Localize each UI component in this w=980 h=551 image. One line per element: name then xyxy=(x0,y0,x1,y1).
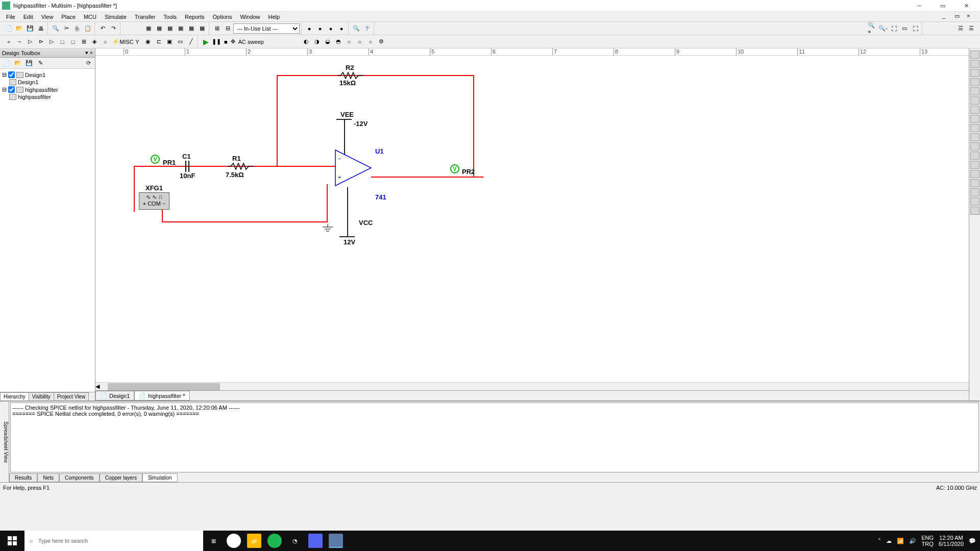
rf-icon[interactable]: Y xyxy=(132,37,142,47)
capacitor-c1[interactable] xyxy=(181,161,193,172)
menu-mcu[interactable]: MCU xyxy=(80,13,101,21)
menu-tools[interactable]: Tools xyxy=(159,13,181,21)
conn-icon[interactable]: ⊏ xyxy=(154,37,164,47)
ground-icon[interactable] xyxy=(322,224,334,233)
analysis5-icon[interactable]: ○ xyxy=(344,37,354,47)
close-button[interactable]: ✕ xyxy=(954,0,978,11)
instr-dist-icon[interactable] xyxy=(970,152,979,160)
resistor-r1[interactable] xyxy=(228,163,254,170)
help-icon[interactable]: ? xyxy=(362,23,372,34)
menu-edit[interactable]: Edit xyxy=(19,13,37,21)
doctab-design1[interactable]: 📄Design1 xyxy=(95,391,134,400)
doctab-highpass[interactable]: 📄highpassfilter * xyxy=(134,391,189,400)
menu-window[interactable]: Window xyxy=(236,13,264,21)
tray-lang1[interactable]: ENG xyxy=(921,535,934,541)
start-button[interactable] xyxy=(0,531,24,551)
zoomarea-icon[interactable]: ▭ xyxy=(899,23,910,34)
analysis1-icon[interactable]: ◐ xyxy=(301,37,311,47)
schematic-canvas[interactable]: R2 15kΩ VEE -12V V PR1 C1 10nF R1 7.5kΩ … xyxy=(95,56,969,382)
analysis3-icon[interactable]: ◒ xyxy=(323,37,333,47)
ind-icon[interactable]: ○ xyxy=(100,37,110,47)
explorer-icon[interactable]: 📁 xyxy=(247,534,261,548)
btab-components[interactable]: Components xyxy=(59,473,100,482)
instr-lc-icon[interactable] xyxy=(970,133,979,141)
sb-refresh-icon[interactable]: ⟳ xyxy=(83,58,93,68)
tree-design1-child[interactable]: Design1 xyxy=(18,79,38,85)
probe-pr2-icon[interactable]: V xyxy=(450,164,459,173)
probe3-icon[interactable]: ● xyxy=(326,23,336,34)
taskview-icon[interactable]: ⊞ xyxy=(206,534,220,548)
discord-icon[interactable] xyxy=(308,534,323,548)
sidebar-close-icon[interactable]: ▾ × xyxy=(85,49,93,56)
steam-icon[interactable]: ◔ xyxy=(288,534,302,548)
instr-cur-icon[interactable] xyxy=(970,207,979,215)
instr-4ch-icon[interactable] xyxy=(970,87,979,95)
bus-icon[interactable]: ╱ xyxy=(186,37,196,47)
tray-time[interactable]: 12:20 AM xyxy=(939,535,964,541)
instr-la-icon[interactable] xyxy=(970,124,979,132)
grid3-icon[interactable]: ▦ xyxy=(165,23,175,34)
wire[interactable] xyxy=(371,177,483,178)
instr-tk-icon[interactable] xyxy=(970,188,979,196)
spotify-icon[interactable] xyxy=(267,534,282,548)
tray-volume-icon[interactable]: 🔊 xyxy=(909,538,916,544)
output-log[interactable]: ------ Checking SPICE netlist for highpa… xyxy=(10,403,979,472)
tree-check-1[interactable] xyxy=(8,71,15,78)
component2-icon[interactable]: ⊟ xyxy=(223,23,233,34)
btab-copper[interactable]: Copper layers xyxy=(100,473,142,482)
interactive-icon[interactable]: ✥ xyxy=(231,38,235,45)
settings-icon[interactable]: ⚙ xyxy=(376,37,386,47)
btab-nets[interactable]: Nets xyxy=(37,473,59,482)
cut-icon[interactable]: ✂ xyxy=(61,23,71,34)
menu-help[interactable]: Help xyxy=(264,13,284,21)
grid5-icon[interactable]: ▦ xyxy=(186,23,197,34)
save-icon[interactable]: 💾 xyxy=(25,23,35,34)
wire[interactable] xyxy=(347,187,348,236)
mcu-icon[interactable]: ▣ xyxy=(164,37,175,47)
hier-icon[interactable]: ▭ xyxy=(175,37,185,47)
tray-lang2[interactable]: TRQ xyxy=(921,541,934,547)
instr-net-icon[interactable] xyxy=(970,170,979,178)
instr-wm-icon[interactable] xyxy=(970,69,979,77)
instr-word-icon[interactable] xyxy=(970,115,979,123)
tree-highpass[interactable]: highpassfilter xyxy=(25,87,58,93)
em-icon[interactable]: ◉ xyxy=(143,37,153,47)
tab-projectview[interactable]: Project View xyxy=(54,392,89,400)
open-icon[interactable]: 📂 xyxy=(14,23,24,34)
grid-icon[interactable]: ▦ xyxy=(143,23,154,34)
probe-pr1-icon[interactable]: V xyxy=(151,155,160,164)
grid6-icon[interactable]: ▦ xyxy=(197,23,207,34)
resistor-r2[interactable] xyxy=(338,72,363,79)
instr-iv-icon[interactable] xyxy=(970,142,979,151)
menu-file[interactable]: File xyxy=(2,13,19,21)
instr-bode-icon[interactable] xyxy=(970,96,979,105)
tab-hierarchy[interactable]: Hierarchy xyxy=(0,392,29,400)
mixed-icon[interactable]: ◈ xyxy=(89,37,100,47)
list1-icon[interactable]: ☰ xyxy=(955,23,966,34)
cmos-icon[interactable]: □ xyxy=(68,37,78,47)
instr-spec-icon[interactable] xyxy=(970,161,979,169)
menu-view[interactable]: View xyxy=(37,13,58,21)
instr-lv-icon[interactable] xyxy=(970,197,979,206)
sb-save-icon[interactable]: 💾 xyxy=(24,58,34,68)
misc-icon[interactable]: ⊞ xyxy=(79,37,89,47)
mdi-minimize[interactable]: _ xyxy=(942,13,953,21)
taskbar-search[interactable]: ⌕ Type here to search xyxy=(24,531,203,551)
diode-icon[interactable]: ▷ xyxy=(25,37,35,47)
copy-icon[interactable]: ⎘ xyxy=(72,23,82,34)
tray-wifi-icon[interactable]: 📶 xyxy=(897,538,904,544)
probe4-icon[interactable]: ● xyxy=(336,23,347,34)
analysis4-icon[interactable]: ◓ xyxy=(333,37,344,47)
analog-icon[interactable]: ▷ xyxy=(46,37,57,47)
instrument-xfg1[interactable]: ∿ ∿ ⎍ + COM − xyxy=(139,192,169,210)
ttl-icon[interactable]: □ xyxy=(57,37,67,47)
wire[interactable] xyxy=(162,210,163,222)
tree-check-2[interactable] xyxy=(8,86,15,93)
trans-icon[interactable]: ⊳ xyxy=(36,37,46,47)
maximize-button[interactable]: ▭ xyxy=(931,0,954,11)
wire[interactable] xyxy=(162,221,328,222)
mdi-restore[interactable]: ▭ xyxy=(954,13,966,21)
new-icon[interactable]: 📄 xyxy=(4,23,14,34)
undo-icon[interactable]: ↶ xyxy=(97,23,108,34)
tree-design1[interactable]: Design1 xyxy=(25,72,45,78)
